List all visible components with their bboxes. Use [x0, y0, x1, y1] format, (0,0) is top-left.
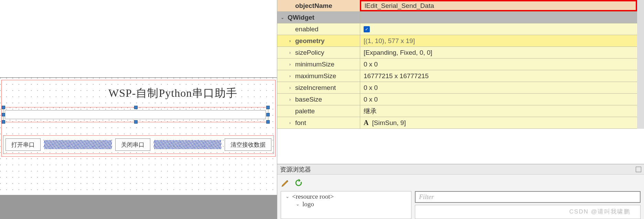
property-row-objectname[interactable]: objectName lEdit_Serial_Send_Data [277, 0, 637, 12]
property-row-palette[interactable]: palette 继承 [277, 105, 637, 117]
property-label: palette [295, 107, 315, 115]
undock-icon[interactable] [636, 167, 641, 172]
enabled-checkbox[interactable]: ✓ [364, 26, 370, 32]
expand-icon[interactable]: › [288, 62, 292, 67]
resource-tree[interactable]: ⌄<resource root> ⌄logo [281, 191, 411, 219]
expand-icon[interactable]: › [288, 50, 292, 55]
resize-handle[interactable] [2, 120, 5, 124]
property-value: [SimSun, 9] [372, 119, 406, 127]
resize-handle[interactable] [134, 106, 138, 109]
property-label: font [295, 119, 306, 127]
resource-filter-input[interactable]: Filter [415, 191, 641, 203]
property-row-geometry[interactable]: ›geometry [(1, 10), 577 x 19] [277, 35, 637, 47]
property-label: QWidget [288, 14, 314, 21]
title-label: WSP-自制Python串口助手 [108, 86, 237, 101]
property-value: 0 x 0 [364, 61, 378, 68]
resize-handle[interactable] [2, 106, 5, 109]
form-designer-canvas[interactable]: WSP-自制Python串口助手 打开串口 关闭串口 [0, 0, 277, 219]
property-row-qwidget[interactable]: ⌄QWidget [277, 12, 637, 23]
property-label: geometry [295, 37, 325, 45]
resource-browser-title: 资源浏览器 [280, 165, 311, 174]
property-row-font[interactable]: ›font A[SimSun, 9] [277, 117, 637, 129]
designer-blank-area [0, 0, 277, 77]
designer-bottom-margin [0, 195, 277, 219]
property-label: objectName [295, 2, 332, 10]
layout-frame[interactable]: WSP-自制Python串口助手 打开串口 关闭串口 [1, 80, 276, 157]
expand-icon[interactable]: › [288, 121, 292, 125]
property-label: enabled [295, 25, 319, 33]
watermark: CSDN @请叫我啸鹏 [569, 208, 630, 216]
expand-icon[interactable]: › [288, 74, 292, 79]
resize-handle[interactable] [266, 113, 270, 116]
property-value: [(1, 10), 577 x 19] [364, 37, 415, 45]
designer-grid[interactable]: WSP-自制Python串口助手 打开串口 关闭串口 [0, 77, 277, 219]
resize-handle[interactable] [266, 120, 270, 124]
ledit-serial-send-data[interactable] [5, 110, 266, 119]
font-icon: A [364, 119, 368, 127]
property-editor: objectName lEdit_Serial_Send_Data ⌄QWidg… [277, 0, 644, 219]
tree-node-root[interactable]: <resource root> [292, 193, 334, 200]
property-label: baseSize [295, 96, 322, 103]
property-label: sizePolicy [295, 49, 324, 56]
expand-icon[interactable]: › [288, 85, 292, 90]
property-label: minimumSize [295, 61, 334, 68]
property-value: 0 x 0 [364, 96, 378, 103]
property-label: sizeIncrement [295, 84, 336, 92]
expand-icon[interactable]: › [288, 39, 292, 43]
expand-icon[interactable]: › [288, 97, 292, 102]
horizontal-spacer [154, 140, 222, 149]
refresh-icon[interactable] [294, 178, 303, 188]
property-value: 继承 [364, 107, 377, 116]
resize-handle[interactable] [134, 120, 138, 124]
lineedit-layout[interactable] [3, 107, 268, 122]
property-value: 0 x 0 [364, 84, 378, 92]
edit-resource-icon[interactable] [281, 178, 290, 188]
property-row-sizepolicy[interactable]: ›sizePolicy [Expanding, Fixed, 0, 0] [277, 47, 637, 59]
horizontal-spacer [44, 140, 112, 149]
property-row-maximumsize[interactable]: ›maximumSize 16777215 x 16777215 [277, 70, 637, 82]
button-row-layout[interactable]: 打开串口 关闭串口 清空接收数据 [3, 135, 274, 154]
property-row-basesize[interactable]: ›baseSize 0 x 0 [277, 94, 637, 105]
clear-recv-button[interactable]: 清空接收数据 [225, 138, 271, 151]
property-value: [Expanding, Fixed, 0, 0] [364, 49, 432, 56]
property-row-enabled[interactable]: enabled ✓ [277, 23, 637, 35]
property-label: maximumSize [295, 72, 336, 80]
expand-icon[interactable]: ⌄ [280, 15, 285, 20]
vertical-scrollbar[interactable] [637, 0, 644, 129]
resize-handle[interactable] [2, 113, 5, 116]
property-row-minimumsize[interactable]: ›minimumSize 0 x 0 [277, 59, 637, 70]
open-serial-button[interactable]: 打开串口 [6, 138, 41, 151]
objectname-value[interactable]: lEdit_Serial_Send_Data [360, 0, 637, 11]
close-serial-button[interactable]: 关闭串口 [115, 138, 150, 151]
property-row-sizeincrement[interactable]: ›sizeIncrement 0 x 0 [277, 82, 637, 94]
tree-expand-icon[interactable]: ⌄ [295, 201, 300, 207]
tree-expand-icon[interactable]: ⌄ [285, 194, 290, 199]
property-value: 16777215 x 16777215 [364, 72, 429, 80]
resize-handle[interactable] [266, 106, 270, 109]
tree-node-logo[interactable]: logo [302, 200, 314, 208]
